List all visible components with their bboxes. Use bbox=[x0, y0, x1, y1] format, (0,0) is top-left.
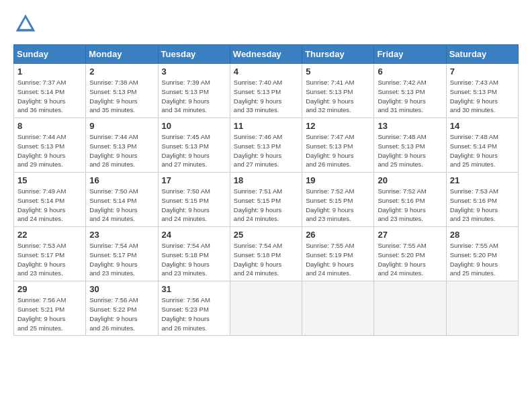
calendar-cell: 22Sunrise: 7:53 AM Sunset: 5:17 PM Dayli… bbox=[14, 227, 86, 281]
day-info: Sunrise: 7:52 AM Sunset: 5:15 PM Dayligh… bbox=[306, 187, 370, 224]
col-header-monday: Monday bbox=[86, 45, 158, 64]
header bbox=[13, 12, 519, 36]
calendar-week-row: 15Sunrise: 7:49 AM Sunset: 5:14 PM Dayli… bbox=[14, 173, 519, 227]
day-number: 31 bbox=[162, 284, 226, 294]
day-number: 19 bbox=[306, 175, 370, 185]
calendar-cell: 5Sunrise: 7:41 AM Sunset: 5:13 PM Daylig… bbox=[302, 64, 374, 118]
day-info: Sunrise: 7:50 AM Sunset: 5:14 PM Dayligh… bbox=[89, 187, 154, 224]
day-number: 24 bbox=[162, 230, 226, 240]
day-number: 26 bbox=[306, 230, 370, 240]
day-number: 5 bbox=[306, 66, 370, 77]
day-info: Sunrise: 7:54 AM Sunset: 5:18 PM Dayligh… bbox=[162, 241, 226, 278]
day-info: Sunrise: 7:42 AM Sunset: 5:13 PM Dayligh… bbox=[378, 78, 442, 115]
day-info: Sunrise: 7:56 AM Sunset: 5:21 PM Dayligh… bbox=[17, 295, 82, 332]
col-header-wednesday: Wednesday bbox=[230, 45, 302, 64]
day-number: 6 bbox=[378, 66, 442, 77]
col-header-sunday: Sunday bbox=[14, 45, 86, 64]
day-number: 1 bbox=[17, 66, 82, 77]
calendar-cell: 7Sunrise: 7:43 AM Sunset: 5:13 PM Daylig… bbox=[446, 64, 518, 118]
calendar-week-row: 8Sunrise: 7:44 AM Sunset: 5:13 PM Daylig… bbox=[14, 118, 519, 173]
day-number: 10 bbox=[162, 121, 226, 131]
day-info: Sunrise: 7:50 AM Sunset: 5:15 PM Dayligh… bbox=[162, 187, 226, 224]
day-number: 2 bbox=[89, 66, 154, 77]
day-number: 23 bbox=[89, 230, 154, 240]
calendar-cell: 6Sunrise: 7:42 AM Sunset: 5:13 PM Daylig… bbox=[374, 64, 446, 118]
calendar-cell: 19Sunrise: 7:52 AM Sunset: 5:15 PM Dayli… bbox=[302, 173, 374, 227]
day-info: Sunrise: 7:46 AM Sunset: 5:13 PM Dayligh… bbox=[234, 132, 298, 169]
calendar-cell: 24Sunrise: 7:54 AM Sunset: 5:18 PM Dayli… bbox=[158, 227, 230, 281]
calendar-header-row: SundayMondayTuesdayWednesdayThursdayFrid… bbox=[14, 45, 519, 64]
day-number: 3 bbox=[162, 66, 226, 77]
calendar-week-row: 22Sunrise: 7:53 AM Sunset: 5:17 PM Dayli… bbox=[14, 227, 519, 281]
day-number: 11 bbox=[234, 121, 298, 131]
day-number: 8 bbox=[17, 121, 82, 131]
calendar-cell: 29Sunrise: 7:56 AM Sunset: 5:21 PM Dayli… bbox=[14, 281, 86, 336]
day-number: 4 bbox=[234, 66, 298, 77]
day-number: 30 bbox=[89, 284, 154, 294]
col-header-friday: Friday bbox=[374, 45, 446, 64]
calendar-cell: 27Sunrise: 7:55 AM Sunset: 5:20 PM Dayli… bbox=[374, 227, 446, 281]
day-info: Sunrise: 7:48 AM Sunset: 5:13 PM Dayligh… bbox=[378, 132, 442, 169]
calendar-cell: 17Sunrise: 7:50 AM Sunset: 5:15 PM Dayli… bbox=[158, 173, 230, 227]
calendar-cell: 30Sunrise: 7:56 AM Sunset: 5:22 PM Dayli… bbox=[86, 281, 158, 336]
day-info: Sunrise: 7:53 AM Sunset: 5:17 PM Dayligh… bbox=[17, 241, 82, 278]
day-info: Sunrise: 7:40 AM Sunset: 5:13 PM Dayligh… bbox=[234, 78, 298, 115]
day-number: 7 bbox=[450, 66, 515, 77]
day-info: Sunrise: 7:41 AM Sunset: 5:13 PM Dayligh… bbox=[306, 78, 370, 115]
day-info: Sunrise: 7:56 AM Sunset: 5:22 PM Dayligh… bbox=[89, 295, 154, 332]
calendar-cell: 9Sunrise: 7:44 AM Sunset: 5:13 PM Daylig… bbox=[86, 118, 158, 173]
day-info: Sunrise: 7:44 AM Sunset: 5:13 PM Dayligh… bbox=[17, 132, 82, 169]
calendar-week-row: 1Sunrise: 7:37 AM Sunset: 5:14 PM Daylig… bbox=[14, 64, 519, 118]
calendar-cell: 4Sunrise: 7:40 AM Sunset: 5:13 PM Daylig… bbox=[230, 64, 302, 118]
day-info: Sunrise: 7:49 AM Sunset: 5:14 PM Dayligh… bbox=[17, 187, 82, 224]
calendar-cell bbox=[446, 281, 518, 336]
day-number: 20 bbox=[378, 175, 442, 185]
day-info: Sunrise: 7:43 AM Sunset: 5:13 PM Dayligh… bbox=[450, 78, 515, 115]
day-number: 16 bbox=[89, 175, 154, 185]
day-number: 28 bbox=[450, 230, 515, 240]
day-info: Sunrise: 7:45 AM Sunset: 5:13 PM Dayligh… bbox=[162, 132, 226, 169]
col-header-saturday: Saturday bbox=[446, 45, 518, 64]
col-header-tuesday: Tuesday bbox=[158, 45, 230, 64]
calendar-cell: 23Sunrise: 7:54 AM Sunset: 5:17 PM Dayli… bbox=[86, 227, 158, 281]
day-number: 21 bbox=[450, 175, 515, 185]
calendar-cell: 1Sunrise: 7:37 AM Sunset: 5:14 PM Daylig… bbox=[14, 64, 86, 118]
calendar-cell: 31Sunrise: 7:56 AM Sunset: 5:23 PM Dayli… bbox=[158, 281, 230, 336]
day-number: 27 bbox=[378, 230, 442, 240]
day-info: Sunrise: 7:48 AM Sunset: 5:14 PM Dayligh… bbox=[450, 132, 515, 169]
calendar-cell: 13Sunrise: 7:48 AM Sunset: 5:13 PM Dayli… bbox=[374, 118, 446, 173]
logo-icon bbox=[13, 12, 38, 36]
day-number: 13 bbox=[378, 121, 442, 131]
calendar-cell bbox=[302, 281, 374, 336]
day-info: Sunrise: 7:51 AM Sunset: 5:15 PM Dayligh… bbox=[234, 187, 298, 224]
calendar-cell: 2Sunrise: 7:38 AM Sunset: 5:13 PM Daylig… bbox=[86, 64, 158, 118]
calendar-cell bbox=[230, 281, 302, 336]
calendar-table: SundayMondayTuesdayWednesdayThursdayFrid… bbox=[13, 44, 519, 336]
calendar-cell: 3Sunrise: 7:39 AM Sunset: 5:13 PM Daylig… bbox=[158, 64, 230, 118]
calendar-cell: 20Sunrise: 7:52 AM Sunset: 5:16 PM Dayli… bbox=[374, 173, 446, 227]
day-info: Sunrise: 7:52 AM Sunset: 5:16 PM Dayligh… bbox=[378, 187, 442, 224]
day-number: 12 bbox=[306, 121, 370, 131]
calendar-cell: 18Sunrise: 7:51 AM Sunset: 5:15 PM Dayli… bbox=[230, 173, 302, 227]
day-number: 18 bbox=[234, 175, 298, 185]
day-info: Sunrise: 7:55 AM Sunset: 5:19 PM Dayligh… bbox=[306, 241, 370, 278]
calendar-cell bbox=[374, 281, 446, 336]
day-number: 22 bbox=[17, 230, 82, 240]
calendar-cell: 25Sunrise: 7:54 AM Sunset: 5:18 PM Dayli… bbox=[230, 227, 302, 281]
day-info: Sunrise: 7:47 AM Sunset: 5:13 PM Dayligh… bbox=[306, 132, 370, 169]
calendar-cell: 10Sunrise: 7:45 AM Sunset: 5:13 PM Dayli… bbox=[158, 118, 230, 173]
day-number: 29 bbox=[17, 284, 82, 294]
day-number: 25 bbox=[234, 230, 298, 240]
calendar-cell: 26Sunrise: 7:55 AM Sunset: 5:19 PM Dayli… bbox=[302, 227, 374, 281]
calendar-cell: 14Sunrise: 7:48 AM Sunset: 5:14 PM Dayli… bbox=[446, 118, 518, 173]
day-info: Sunrise: 7:55 AM Sunset: 5:20 PM Dayligh… bbox=[378, 241, 442, 278]
day-info: Sunrise: 7:37 AM Sunset: 5:14 PM Dayligh… bbox=[17, 78, 82, 115]
day-info: Sunrise: 7:53 AM Sunset: 5:16 PM Dayligh… bbox=[450, 187, 515, 224]
day-number: 9 bbox=[89, 121, 154, 131]
day-info: Sunrise: 7:55 AM Sunset: 5:20 PM Dayligh… bbox=[450, 241, 515, 278]
calendar-cell: 8Sunrise: 7:44 AM Sunset: 5:13 PM Daylig… bbox=[14, 118, 86, 173]
calendar-cell: 11Sunrise: 7:46 AM Sunset: 5:13 PM Dayli… bbox=[230, 118, 302, 173]
day-info: Sunrise: 7:44 AM Sunset: 5:13 PM Dayligh… bbox=[89, 132, 154, 169]
day-info: Sunrise: 7:54 AM Sunset: 5:18 PM Dayligh… bbox=[234, 241, 298, 278]
page-container: SundayMondayTuesdayWednesdayThursdayFrid… bbox=[0, 0, 532, 342]
